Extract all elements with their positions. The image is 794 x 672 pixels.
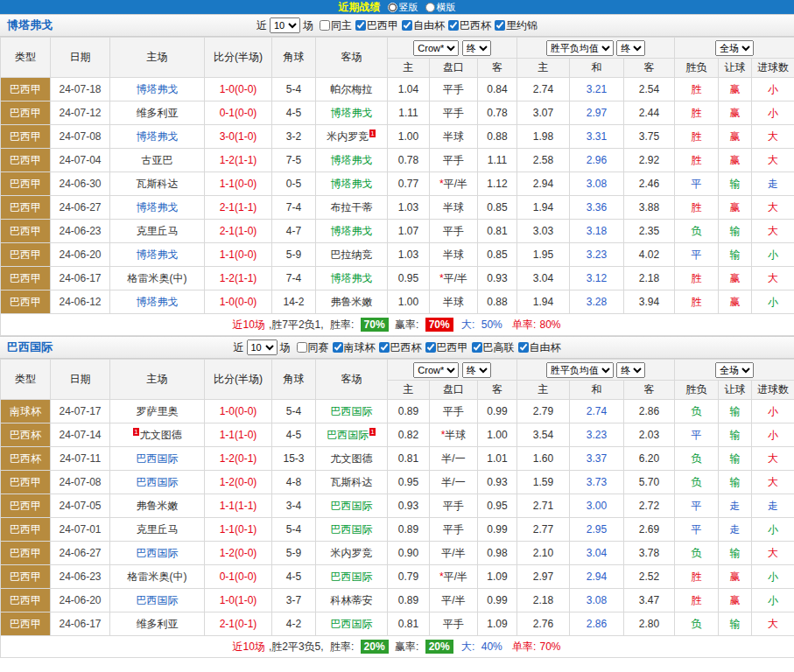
team-name[interactable]: 巴西国际 [327,429,369,441]
team-name[interactable]: 博塔弗戈 [137,296,179,308]
team-name[interactable]: 巴西国际 [331,523,373,536]
score-halftime: 1-1(1-0) [205,424,272,447]
euro-home-odds: 2.71 [517,494,570,518]
league-filter-checkbox[interactable]: 同主 [320,18,352,33]
team-name[interactable]: 巴西国际 [137,547,179,559]
recent-count-select[interactable]: 10 [270,18,300,33]
team-name[interactable]: 博塔弗戈 [331,178,373,190]
home-team-cell: 博塔弗戈 [110,125,205,149]
league-filter-checkbox[interactable]: 巴西杯 [448,18,491,33]
team-name[interactable]: 博塔弗戈 [331,107,373,119]
result-col: 胜负 [675,381,719,400]
league-filter-checkbox[interactable]: 巴西甲 [355,18,398,33]
match-date: 24-07-04 [51,149,110,172]
checkbox-input[interactable] [472,342,482,353]
checkbox-input[interactable] [355,20,366,31]
recent-count-select[interactable]: 10 [247,340,278,355]
away-team-cell: 巴西国际 [316,494,388,518]
league-filter-checkbox[interactable]: 自由杯 [518,340,561,355]
team-name[interactable]: 巴西国际 [137,452,179,465]
checkbox-input[interactable] [297,342,307,353]
match-result: 胜 [675,589,719,612]
match-result: 胜 [675,290,719,314]
score-halftime: 1-2(1-1) [205,149,272,172]
checkbox-input[interactable] [425,342,436,353]
team-name[interactable]: 巴西国际 [137,594,179,606]
horizontal-radio[interactable] [425,3,435,12]
league-filter-checkbox[interactable]: 巴西杯 [379,340,422,355]
handicap-result: 赢 [719,290,752,314]
team-name[interactable]: 博塔弗戈 [137,201,179,214]
profit-rate-label: 赢率: [395,318,418,331]
corner-count: 14-2 [272,290,316,314]
scope-select[interactable]: 全场 [715,40,754,56]
handicap-result: 赢 [719,589,752,612]
team-name[interactable]: 巴西国际 [331,500,373,512]
checkbox-input[interactable] [448,20,459,31]
league-filter-checkbox[interactable]: 巴高联 [472,340,515,355]
asian-final-select[interactable]: 终 [462,362,491,378]
col-header-type: 类型 [1,38,51,78]
match-result: 胜 [675,196,719,220]
match-date: 24-07-14 [51,424,110,447]
league-badge: 巴西甲 [1,243,51,267]
corner-count: 7-4 [272,196,316,220]
league-filter-checkbox[interactable]: 南球杯 [333,340,376,355]
checkbox-input[interactable] [495,20,505,31]
bookmaker-select[interactable]: Crow* [413,40,459,56]
recent-suffix-label: 场 [280,340,291,355]
scope-select[interactable]: 全场 [715,362,754,378]
euro-odds-select[interactable]: 胜平负均值 [546,40,614,56]
asian-home-odds: 1.07 [388,220,430,243]
layout-radio-horizontal[interactable]: 横版 [425,1,456,14]
asian-handicap-line: 平手 [430,149,478,172]
team-name[interactable]: 巴西国际 [137,476,179,488]
match-date: 24-07-17 [51,400,110,424]
team-name[interactable]: 博塔弗戈 [137,248,179,261]
score-halftime: 1-1(0-1) [205,518,272,542]
profit-rate-badge: 70% [425,318,453,332]
team-name[interactable]: 博塔弗戈 [331,272,373,284]
asian-away-odds: 0.99 [478,518,517,542]
euro-final-select[interactable]: 终 [616,362,645,378]
team-name: 罗萨里奥 [137,405,179,417]
league-filter-checkbox[interactable]: 巴西甲 [425,340,468,355]
team-name[interactable]: 博塔弗戈 [137,130,179,143]
asian-handicap-line: 半/一 [430,471,478,494]
checkbox-input[interactable] [320,20,330,31]
euro-final-select[interactable]: 终 [616,40,645,56]
euro-away-odds: 2.72 [624,494,675,518]
asian-final-select[interactable]: 终 [462,40,491,56]
team-name[interactable]: 巴西国际 [331,618,373,630]
checkbox-input[interactable] [518,342,529,353]
team-name[interactable]: 博塔弗戈 [137,83,179,95]
score-halftime: 0-1(0-0) [205,565,272,589]
layout-radio-vertical[interactable]: 竖版 [388,1,418,14]
team-name-heading[interactable]: 博塔弗戈 [7,18,53,33]
euro-draw-odds: 3.08 [570,589,624,612]
league-filter-checkbox[interactable]: 同赛 [297,340,329,355]
euro-odds-select[interactable]: 胜平负均值 [546,362,614,378]
team-name: 格雷米奥(中) [128,570,187,583]
team-name[interactable]: 巴西国际 [331,570,373,583]
league-filter-checkbox[interactable]: 里约锦 [495,18,538,33]
score-halftime: 1-1(1-1) [205,494,272,518]
checkbox-input[interactable] [379,342,390,353]
team-name[interactable]: 博塔弗戈 [331,225,373,237]
home-team-cell: 格雷米奥(中) [110,267,205,290]
asian-handicap-line: *半球 [430,424,478,447]
bookmaker-select[interactable]: Crow* [413,362,459,378]
col-header-score: 比分(半场) [205,360,272,400]
away-team-cell: 巴西国际1 [316,424,388,447]
handicap-result: 输 [719,542,752,565]
team-name-heading[interactable]: 巴西国际 [7,340,53,355]
team-name[interactable]: 巴西国际 [331,405,373,417]
handicap-result: 赢 [719,125,752,149]
league-filter-checkbox[interactable]: 自由杯 [402,18,445,33]
asian-home-odds: 0.90 [388,542,430,565]
col-header-date: 日期 [51,360,110,400]
checkbox-input[interactable] [402,20,412,31]
checkbox-input[interactable] [333,342,343,353]
team-name[interactable]: 博塔弗戈 [331,154,373,166]
vertical-radio[interactable] [388,3,397,12]
